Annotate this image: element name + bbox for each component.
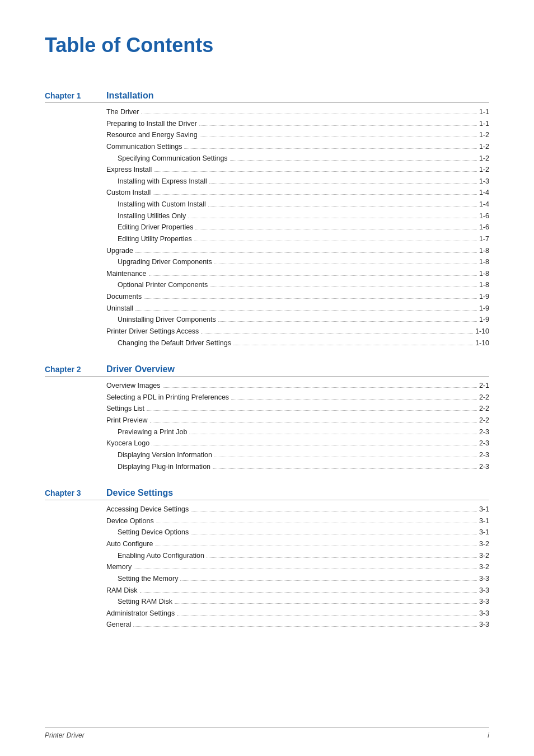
- entry-text: The Driver: [106, 106, 139, 118]
- entry-dots: [195, 229, 476, 229]
- entry-dots: [180, 580, 477, 581]
- entry-dots: [150, 422, 477, 422]
- entry-text: Custom Install: [106, 187, 151, 199]
- toc-entry: Communication Settings1-2: [106, 141, 489, 153]
- entry-dots: [214, 457, 477, 457]
- entry-dots: [201, 333, 473, 334]
- entry-page: 1-8: [479, 279, 489, 291]
- entry-page: 1-1: [479, 118, 489, 130]
- entry-text: Uninstall: [106, 303, 133, 314]
- entry-dots: [199, 125, 477, 126]
- toc-entry: Previewing a Print Job2-3: [106, 426, 489, 438]
- toc-entry: Specifying Communication Settings1-2: [106, 153, 489, 165]
- entry-page: 1-10: [475, 326, 489, 337]
- entry-page: 3-2: [479, 561, 489, 573]
- toc-entry: Optional Printer Components1-8: [106, 279, 489, 291]
- entry-dots: [155, 546, 477, 546]
- toc-entry: Installing Utilities Only1-6: [106, 210, 489, 222]
- toc-entry: Printer Driver Settings Access1-10: [106, 326, 489, 337]
- entry-text: Upgrade: [106, 245, 133, 257]
- chapter-2-header: Chapter 2Driver Overview: [45, 364, 489, 377]
- entry-dots: [184, 148, 476, 149]
- entry-page: 1-3: [479, 176, 489, 187]
- chapter-1: Chapter 1InstallationThe Driver1-1Prepar…: [45, 91, 489, 349]
- page-title: Table of Contents: [45, 34, 489, 57]
- toc-entry: Auto Configure3-2: [106, 538, 489, 550]
- toc-entry: RAM Disk3-3: [106, 585, 489, 597]
- entry-text: Preparing to Install the Driver: [106, 118, 197, 130]
- entry-dots: [233, 345, 473, 345]
- toc-entry: Setting RAM Disk3-3: [106, 596, 489, 608]
- entry-text: Express Install: [106, 164, 152, 176]
- footer: Printer Driver i: [45, 727, 489, 739]
- footer-left: Printer Driver: [45, 731, 85, 739]
- entry-dots: [191, 511, 477, 511]
- entry-page: 1-2: [479, 141, 489, 153]
- entry-dots: [208, 206, 477, 206]
- entry-page: 3-2: [479, 550, 489, 562]
- toc-entry: Setting Device Options3-1: [106, 527, 489, 538]
- entry-text: Accessing Device Settings: [106, 504, 189, 515]
- entry-dots: [133, 626, 476, 627]
- chapter-1-title: Installation: [106, 91, 153, 101]
- entry-dots: [144, 298, 477, 299]
- entry-text: Resource and Energy Saving: [106, 129, 198, 141]
- toc-entry: Preparing to Install the Driver1-1: [106, 118, 489, 130]
- toc-entry: Kyocera Logo2-3: [106, 438, 489, 449]
- entry-page: 2-2: [479, 392, 489, 403]
- entry-dots: [200, 137, 477, 137]
- chapter-3-title: Device Settings: [106, 488, 173, 498]
- entry-page: 3-3: [479, 573, 489, 585]
- entry-dots: [135, 310, 477, 311]
- chapter-3: Chapter 3Device SettingsAccessing Device…: [45, 488, 489, 631]
- chapter-3-label: Chapter 3: [45, 489, 106, 497]
- toc-entry: Installing with Custom Install1-4: [106, 199, 489, 210]
- toc-entry: Editing Driver Properties1-6: [106, 222, 489, 233]
- entry-text: Installing Utilities Only: [118, 210, 186, 222]
- toc-entry: Accessing Device Settings3-1: [106, 504, 489, 515]
- entry-page: 1-9: [479, 303, 489, 314]
- entry-page: 2-3: [479, 449, 489, 461]
- entry-page: 2-3: [479, 426, 489, 438]
- toc-entry: Express Install1-2: [106, 164, 489, 176]
- chapter-2: Chapter 2Driver OverviewOverview Images2…: [45, 364, 489, 472]
- entry-page: 3-3: [479, 596, 489, 608]
- entry-page: 1-8: [479, 268, 489, 280]
- entry-text: Optional Printer Components: [118, 279, 208, 291]
- toc-entry: Upgrade1-8: [106, 245, 489, 257]
- entry-dots: [194, 241, 477, 241]
- entry-text: Displaying Plug-in Information: [118, 461, 210, 473]
- entry-text: Administrator Settings: [106, 608, 175, 619]
- toc-entry: The Driver1-1: [106, 106, 489, 118]
- entry-dots: [152, 445, 477, 445]
- chapter-2-entries: Overview Images2-1Selecting a PDL in Pri…: [106, 380, 489, 472]
- entry-text: Documents: [106, 291, 142, 303]
- chapter-3-entries: Accessing Device Settings3-1Device Optio…: [106, 504, 489, 631]
- toc-entry: Overview Images2-1: [106, 380, 489, 392]
- toc-entry: Uninstalling Driver Components1-9: [106, 314, 489, 326]
- entry-text: Installing with Custom Install: [118, 199, 206, 210]
- toc-entry: Maintenance1-8: [106, 268, 489, 280]
- toc-entry: Uninstall1-9: [106, 303, 489, 314]
- entry-dots: [209, 183, 477, 184]
- entry-text: Enabling Auto Configuration: [118, 550, 204, 562]
- entry-page: 1-1: [479, 106, 489, 118]
- toc-entry: Changing the Default Driver Settings1-10: [106, 337, 489, 349]
- entry-page: 2-2: [479, 403, 489, 415]
- entry-text: Uninstalling Driver Components: [118, 314, 216, 326]
- entry-page: 3-3: [479, 585, 489, 597]
- entry-text: Editing Utility Properties: [118, 233, 192, 245]
- entry-page: 3-1: [479, 527, 489, 538]
- toc-entry: Displaying Version Information2-3: [106, 449, 489, 461]
- toc-entry: Selecting a PDL in Printing Preferences2…: [106, 392, 489, 403]
- entry-text: Communication Settings: [106, 141, 182, 153]
- entry-dots: [153, 194, 477, 195]
- entry-page: 2-2: [479, 415, 489, 426]
- entry-page: 1-4: [479, 187, 489, 199]
- entry-text: Overview Images: [106, 380, 161, 392]
- toc-entry: Displaying Plug-in Information2-3: [106, 461, 489, 473]
- chapter-3-header: Chapter 3Device Settings: [45, 488, 489, 500]
- entry-text: Specifying Communication Settings: [118, 153, 228, 165]
- entry-dots: [154, 171, 477, 172]
- entry-text: RAM Disk: [106, 585, 138, 597]
